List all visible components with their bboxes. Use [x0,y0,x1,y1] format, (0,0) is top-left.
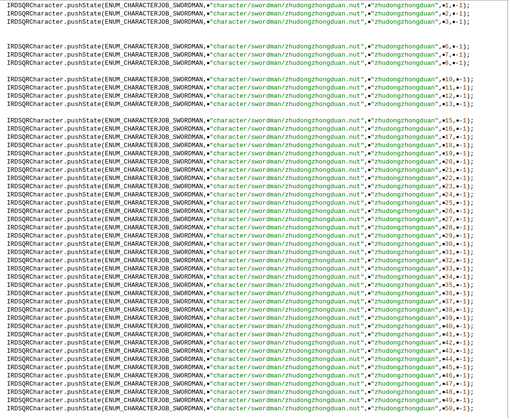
code-line[interactable]: IRDSQRCharacter.pushState(ENUM_CHARACTER… [0,18,508,26]
code-line[interactable]: IRDSQRCharacter.pushState(ENUM_CHARACTER… [0,100,508,108]
code-line[interactable]: IRDSQRCharacter.pushState(ENUM_CHARACTER… [0,224,508,232]
code-line[interactable]: IRDSQRCharacter.pushState(ENUM_CHARACTER… [0,298,508,306]
code-line[interactable]: IRDSQRCharacter.pushState(ENUM_CHARACTER… [0,232,508,240]
code-line[interactable]: IRDSQRCharacter.pushState(ENUM_CHARACTER… [0,150,508,158]
code-line[interactable]: IRDSQRCharacter.pushState(ENUM_CHARACTER… [0,273,508,281]
code-line[interactable]: IRDSQRCharacter.pushState(ENUM_CHARACTER… [0,133,508,141]
code-line[interactable]: IRDSQRCharacter.pushState(ENUM_CHARACTER… [0,405,508,413]
code-line[interactable]: IRDSQRCharacter.pushState(ENUM_CHARACTER… [0,265,508,273]
code-line[interactable]: IRDSQRCharacter.pushState(ENUM_CHARACTER… [0,347,508,355]
code-line[interactable]: IRDSQRCharacter.pushState(ENUM_CHARACTER… [0,125,508,133]
code-editor-viewport[interactable]: IRDSQRCharacter.pushState(ENUM_CHARACTER… [0,0,508,418]
code-line[interactable]: IRDSQRCharacter.pushState(ENUM_CHARACTER… [0,59,508,67]
code-line[interactable]: IRDSQRCharacter.pushState(ENUM_CHARACTER… [0,84,508,92]
code-line[interactable]: IRDSQRCharacter.pushState(ENUM_CHARACTER… [0,363,508,372]
code-text-region[interactable]: IRDSQRCharacter.pushState(ENUM_CHARACTER… [0,0,508,413]
code-line[interactable]: IRDSQRCharacter.pushState(ENUM_CHARACTER… [0,256,508,265]
code-line[interactable]: IRDSQRCharacter.pushState(ENUM_CHARACTER… [0,322,508,330]
code-line[interactable]: IRDSQRCharacter.pushState(ENUM_CHARACTER… [0,1,508,10]
code-line[interactable]: IRDSQRCharacter.pushState(ENUM_CHARACTER… [0,191,508,199]
code-line[interactable]: IRDSQRCharacter.pushState(ENUM_CHARACTER… [0,174,508,182]
code-line[interactable]: IRDSQRCharacter.pushState(ENUM_CHARACTER… [0,248,508,256]
code-line[interactable]: IRDSQRCharacter.pushState(ENUM_CHARACTER… [0,117,508,125]
code-line[interactable]: IRDSQRCharacter.pushState(ENUM_CHARACTER… [0,380,508,388]
code-line[interactable]: IRDSQRCharacter.pushState(ENUM_CHARACTER… [0,289,508,298]
code-line[interactable]: IRDSQRCharacter.pushState(ENUM_CHARACTER… [0,339,508,347]
blank-line [0,67,508,75]
code-line[interactable]: IRDSQRCharacter.pushState(ENUM_CHARACTER… [0,306,508,314]
code-line[interactable]: IRDSQRCharacter.pushState(ENUM_CHARACTER… [0,75,508,84]
code-line[interactable]: IRDSQRCharacter.pushState(ENUM_CHARACTER… [0,314,508,322]
code-line[interactable]: IRDSQRCharacter.pushState(ENUM_CHARACTER… [0,43,508,51]
code-line[interactable]: IRDSQRCharacter.pushState(ENUM_CHARACTER… [0,215,508,224]
blank-line [0,108,508,117]
code-line[interactable]: IRDSQRCharacter.pushState(ENUM_CHARACTER… [0,141,508,150]
code-line[interactable]: IRDSQRCharacter.pushState(ENUM_CHARACTER… [0,158,508,166]
code-line[interactable]: IRDSQRCharacter.pushState(ENUM_CHARACTER… [0,330,508,339]
code-line[interactable]: IRDSQRCharacter.pushState(ENUM_CHARACTER… [0,51,508,59]
code-line[interactable]: IRDSQRCharacter.pushState(ENUM_CHARACTER… [0,355,508,363]
code-line[interactable]: IRDSQRCharacter.pushState(ENUM_CHARACTER… [0,92,508,100]
code-line[interactable]: IRDSQRCharacter.pushState(ENUM_CHARACTER… [0,396,508,405]
blank-line [0,26,508,34]
code-line[interactable]: IRDSQRCharacter.pushState(ENUM_CHARACTER… [0,372,508,380]
code-line[interactable]: IRDSQRCharacter.pushState(ENUM_CHARACTER… [0,281,508,289]
code-line[interactable]: IRDSQRCharacter.pushState(ENUM_CHARACTER… [0,199,508,207]
code-line[interactable]: IRDSQRCharacter.pushState(ENUM_CHARACTER… [0,182,508,191]
blank-line [0,34,508,43]
code-line[interactable]: IRDSQRCharacter.pushState(ENUM_CHARACTER… [0,10,508,18]
code-line[interactable]: IRDSQRCharacter.pushState(ENUM_CHARACTER… [0,166,508,174]
code-line[interactable]: IRDSQRCharacter.pushState(ENUM_CHARACTER… [0,240,508,248]
code-line[interactable]: IRDSQRCharacter.pushState(ENUM_CHARACTER… [0,388,508,396]
code-line[interactable]: IRDSQRCharacter.pushState(ENUM_CHARACTER… [0,207,508,215]
